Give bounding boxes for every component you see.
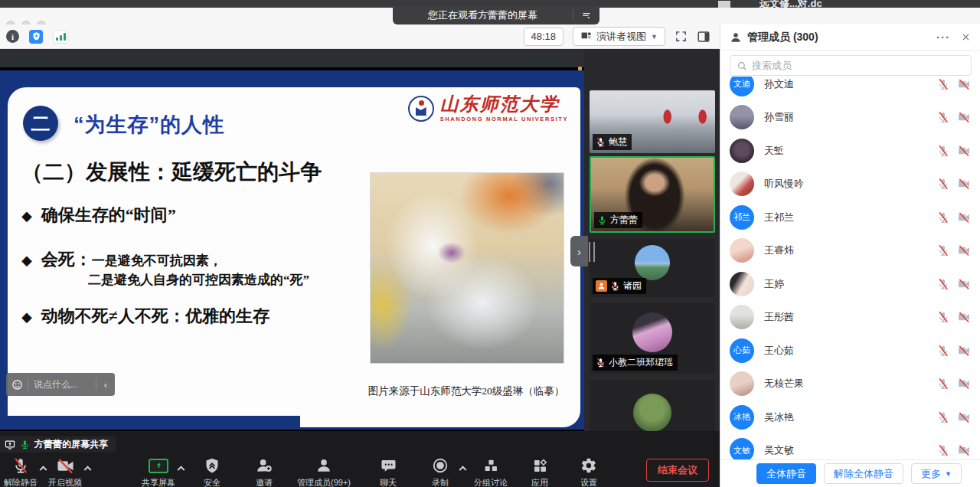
- avatar: [730, 105, 754, 129]
- bottom-toolbar: 方蕾蕾的屏幕共享 解除静音 开启视频 共享屏幕 安全 邀请 管理成员(99+): [0, 431, 720, 487]
- panel-drag-handle[interactable]: [589, 242, 595, 262]
- mic-muted-icon[interactable]: [937, 145, 949, 157]
- mic-options-chevron[interactable]: [38, 458, 47, 476]
- close-icon[interactable]: [961, 32, 971, 42]
- mic-muted-icon: [610, 281, 620, 291]
- camera-off-icon[interactable]: [958, 111, 970, 123]
- diamond-bullet-icon: ◆: [21, 208, 32, 224]
- emoji-icon[interactable]: [6, 379, 28, 391]
- member-row[interactable]: 文敏吴文敏: [720, 434, 980, 460]
- video-tile[interactable]: 诸园: [590, 239, 715, 297]
- mic-muted-icon[interactable]: [937, 278, 949, 290]
- mic-muted-icon[interactable]: [937, 178, 949, 190]
- view-mode-button[interactable]: 演讲者视图 ▼: [573, 27, 665, 46]
- share-options-chevron[interactable]: [176, 458, 185, 476]
- member-row[interactable]: 王睿炜: [720, 234, 980, 268]
- camera-off-icon[interactable]: [958, 178, 970, 190]
- video-tile[interactable]: 鲍慧: [590, 90, 715, 153]
- member-row[interactable]: 天堑: [720, 134, 980, 168]
- camera-off-icon: [57, 457, 74, 475]
- member-list[interactable]: 文迪孙文迪 孙雪丽 天堑 听风慢吟 祁兰王祁兰 王睿炜 王婷 王彤茜 心茹王心茹…: [720, 77, 980, 459]
- chat-input-placeholder[interactable]: 说点什么...: [28, 378, 96, 391]
- collapse-bubble-icon[interactable]: ‹: [96, 379, 115, 391]
- diamond-bullet-icon: ◆: [21, 253, 32, 268]
- mic-muted-icon[interactable]: [937, 111, 949, 123]
- mic-muted-icon[interactable]: [937, 444, 949, 456]
- security-shield-icon[interactable]: [29, 30, 43, 44]
- apps-button[interactable]: 应用: [522, 455, 557, 487]
- thumbnail-collapse-tab[interactable]: ›: [570, 236, 588, 266]
- search-input[interactable]: [752, 60, 965, 71]
- member-row[interactable]: 王婷: [720, 267, 980, 301]
- member-row[interactable]: 冰艳吴冰艳: [720, 400, 980, 434]
- mute-all-button[interactable]: 全体静音: [756, 463, 816, 484]
- avatar: [730, 139, 754, 163]
- video-tile[interactable]: [590, 380, 715, 431]
- member-row[interactable]: 王彤茜: [720, 301, 980, 335]
- camera-off-icon[interactable]: [958, 211, 970, 224]
- invite-button[interactable]: 邀请: [247, 455, 282, 487]
- chevron-right-icon: ›: [577, 245, 581, 258]
- sidebar-toggle-icon[interactable]: [697, 30, 710, 44]
- university-emblem-icon: [408, 96, 434, 122]
- record-button[interactable]: 录制: [423, 455, 458, 487]
- slide-bullet-1: ◆确保生存的“时间”: [21, 204, 176, 227]
- record-options-chevron[interactable]: [458, 458, 467, 476]
- mic-active-icon: [597, 215, 607, 225]
- camera-off-icon[interactable]: [958, 78, 970, 90]
- video-tile[interactable]: 小教二班郑珺瑶: [590, 303, 715, 374]
- slide-bottom-band: [0, 416, 300, 430]
- member-row[interactable]: 心茹王心茹: [720, 334, 980, 368]
- member-row[interactable]: 祁兰王祁兰: [720, 201, 980, 234]
- mic-muted-icon[interactable]: [937, 345, 949, 357]
- unmute-button[interactable]: 解除静音: [3, 455, 38, 487]
- mic-muted-icon[interactable]: [937, 78, 949, 90]
- shared-screen-area: 二 “为生存”的人性 山东师范大学 SHANDONG NORMAL UNIVER…: [0, 49, 584, 431]
- camera-off-icon[interactable]: [958, 411, 970, 423]
- member-row[interactable]: 文迪孙文迪: [720, 77, 980, 101]
- camera-off-icon[interactable]: [958, 444, 970, 456]
- settings-button[interactable]: 设置: [571, 455, 606, 487]
- network-signal-icon[interactable]: [53, 30, 68, 44]
- camera-off-icon[interactable]: [958, 278, 970, 290]
- camera-off-icon[interactable]: [958, 378, 970, 390]
- manage-members-button[interactable]: 管理成员(99+): [297, 455, 351, 487]
- university-name-en: SHANDONG NORMAL UNIVERSITY: [440, 116, 568, 123]
- breakout-rooms-button[interactable]: 分组讨论: [473, 455, 508, 487]
- video-options-chevron[interactable]: [83, 458, 92, 476]
- member-row[interactable]: 无核芒果: [720, 368, 980, 401]
- camera-off-icon[interactable]: [958, 244, 970, 257]
- mic-muted-icon[interactable]: [937, 311, 949, 323]
- mic-muted-icon[interactable]: [937, 411, 949, 423]
- quick-chat-bubble[interactable]: 说点什么... ‹: [6, 373, 115, 396]
- end-meeting-button[interactable]: 结束会议: [646, 459, 709, 482]
- mic-muted-icon[interactable]: [937, 211, 949, 224]
- mic-muted-icon[interactable]: [937, 244, 949, 257]
- info-icon[interactable]: i: [6, 30, 19, 43]
- camera-off-icon[interactable]: [958, 345, 970, 357]
- chat-bubble-icon: [381, 458, 397, 474]
- video-thumbnail-strip: 鲍慧 方蕾蕾 诸园 小教二班郑珺瑶: [584, 49, 720, 431]
- record-icon: [432, 457, 449, 474]
- avatar: 冰艳: [730, 405, 754, 430]
- mic-muted-icon[interactable]: [937, 378, 949, 390]
- fullscreen-icon[interactable]: [675, 30, 688, 43]
- unmute-all-button[interactable]: 解除全体静音: [824, 463, 903, 484]
- monitor-share-icon: [5, 440, 15, 450]
- layout-icon: [580, 31, 592, 42]
- member-search-box[interactable]: [730, 55, 972, 76]
- more-button[interactable]: 更多▼: [911, 463, 962, 484]
- start-video-button[interactable]: 开启视频: [47, 455, 83, 487]
- banner-menu-icon[interactable]: [573, 9, 599, 21]
- security-button[interactable]: 安全: [194, 455, 230, 487]
- chat-button[interactable]: 聊天: [371, 455, 406, 487]
- camera-off-icon[interactable]: [958, 311, 970, 323]
- member-row[interactable]: 听风慢吟: [720, 168, 980, 201]
- share-screen-button[interactable]: 共享屏幕: [141, 455, 176, 487]
- chevron-down-icon: ▼: [651, 33, 658, 41]
- camera-off-icon[interactable]: [958, 145, 970, 157]
- video-tile-active-speaker[interactable]: 方蕾蕾: [590, 156, 715, 233]
- member-row[interactable]: 孙雪丽: [720, 101, 980, 135]
- panel-more-icon[interactable]: ···: [936, 31, 950, 44]
- avatar: [635, 245, 670, 280]
